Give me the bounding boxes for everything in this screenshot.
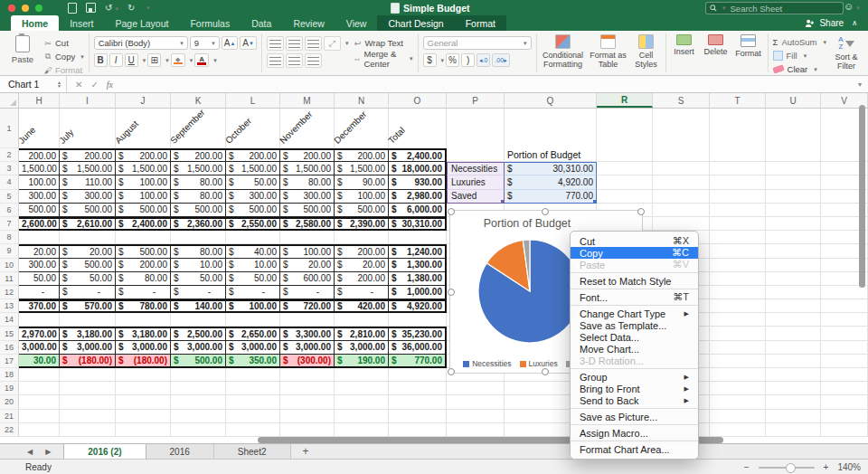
cell[interactable]: $50.00	[226, 272, 280, 286]
comma-format-button[interactable]: )	[461, 53, 475, 67]
legend-item-luxuries[interactable]: Luxuries	[520, 359, 558, 368]
merge-center-button[interactable]: ⇔Merge & Center▾	[353, 52, 412, 64]
cell[interactable]	[116, 231, 171, 244]
cell[interactable]: $2,810.00	[335, 327, 389, 340]
cell[interactable]: $100.00	[335, 190, 389, 204]
legend-item-necessities[interactable]: Necessities	[463, 359, 511, 368]
cell[interactable]: 2,600.00	[19, 217, 60, 231]
cell[interactable]: $500.00	[280, 204, 335, 217]
cell[interactable]: $(180.00)	[60, 355, 116, 368]
cell[interactable]: $2,610.00	[60, 217, 116, 231]
sheet-tab-2016-2-[interactable]: 2016 (2)	[63, 444, 146, 459]
cell[interactable]	[710, 162, 766, 175]
currency-format-button[interactable]: $	[423, 53, 437, 67]
cell[interactable]	[19, 313, 60, 327]
column-header-M[interactable]: M	[280, 93, 335, 108]
cell[interactable]: $2,550.00	[226, 217, 280, 231]
cell[interactable]: $1,500.00	[171, 162, 226, 175]
cell[interactable]	[766, 162, 821, 175]
search-input[interactable]	[729, 3, 823, 14]
cell[interactable]	[710, 368, 766, 382]
fill-button[interactable]: Fill▾	[773, 50, 826, 62]
column-header-O[interactable]: O	[389, 93, 447, 108]
cell[interactable]: $2,400.00	[116, 217, 171, 231]
row-header-19[interactable]: 19	[0, 382, 19, 395]
cell[interactable]	[116, 382, 171, 395]
feedback-smiley-icon[interactable]: ☺▾	[844, 1, 860, 12]
cell[interactable]	[766, 244, 821, 258]
cell[interactable]: $1,380.00	[389, 272, 447, 286]
cell[interactable]	[116, 395, 171, 409]
minimize-window-button[interactable]	[22, 5, 29, 12]
cell-value-luxuries[interactable]: $4,920.00	[505, 175, 597, 189]
align-top-button[interactable]	[267, 36, 284, 51]
cell[interactable]: $80.00	[116, 272, 171, 286]
menu-item-cut[interactable]: Cut⌘X	[571, 235, 698, 247]
cell[interactable]	[226, 410, 280, 423]
cell[interactable]: $80.00	[280, 175, 335, 189]
cell[interactable]	[766, 299, 821, 313]
vertical-scrollbar-thumb[interactable]	[859, 105, 865, 288]
cell[interactable]	[766, 368, 821, 382]
cell[interactable]	[171, 410, 226, 423]
cell[interactable]: $3,000.00	[226, 341, 280, 355]
cell-value-necessities[interactable]: $30,310.00	[505, 162, 597, 175]
cell[interactable]: $350.00	[226, 355, 280, 368]
format-as-table-button[interactable]: Format as Table	[590, 34, 627, 69]
row-header-12[interactable]: 12	[0, 286, 19, 299]
cell[interactable]	[171, 368, 226, 382]
column-header-T[interactable]: T	[710, 93, 766, 108]
cell[interactable]	[335, 395, 389, 409]
search-scope-caret-icon[interactable]: ▾	[722, 5, 726, 12]
cell[interactable]	[280, 410, 335, 423]
wrap-text-button[interactable]: ↩Wrap Text	[353, 37, 412, 49]
cell[interactable]	[710, 395, 766, 409]
cell[interactable]: November	[280, 109, 335, 148]
column-header-J[interactable]: J	[116, 93, 171, 108]
decrease-decimal-button[interactable]: .00▸	[492, 53, 509, 67]
row-header-9[interactable]: 9	[0, 244, 19, 258]
borders-button[interactable]: ⊞	[147, 53, 161, 67]
font-family-select[interactable]: Calibri (Body)▾	[94, 36, 188, 50]
cell[interactable]: July	[60, 109, 116, 148]
cell[interactable]	[19, 423, 60, 437]
row-header-21[interactable]: 21	[0, 410, 19, 423]
ribbon-tab-page-layout[interactable]: Page Layout	[104, 15, 179, 31]
formula-bar-expand-icon[interactable]: ▾	[858, 81, 868, 89]
cell[interactable]: $4,920.00	[389, 299, 447, 313]
cell[interactable]: $200.00	[60, 148, 116, 162]
cell[interactable]	[653, 190, 710, 204]
align-left-button[interactable]	[267, 53, 284, 68]
cell[interactable]: $200.00	[280, 148, 335, 162]
format-painter-button[interactable]: 🖌Format	[43, 64, 84, 76]
cell[interactable]: $140.00	[171, 299, 226, 313]
cell[interactable]: $100.00	[116, 175, 171, 189]
cell[interactable]: $80.00	[171, 244, 226, 258]
cell[interactable]	[335, 368, 389, 382]
zoom-in-button[interactable]: +	[824, 462, 829, 472]
menu-item-save-as-picture[interactable]: Save as Picture...	[571, 411, 698, 422]
row-header-11[interactable]: 11	[0, 272, 19, 286]
cell[interactable]: $-	[280, 286, 335, 299]
cut-button[interactable]: ✂Cut	[43, 37, 84, 49]
cell[interactable]: $6,000.00	[389, 204, 447, 217]
conditional-formatting-button[interactable]: Conditional Formatting	[542, 34, 585, 69]
cell[interactable]: September	[171, 109, 226, 148]
cell[interactable]	[766, 327, 821, 340]
cell[interactable]: $930.00	[389, 175, 447, 189]
menu-item-format-chart-area[interactable]: Format Chart Area...	[571, 443, 698, 455]
cell[interactable]: $-	[171, 286, 226, 299]
cell[interactable]	[710, 299, 766, 313]
cell[interactable]: $1,000.00	[389, 286, 447, 299]
cell[interactable]	[766, 341, 821, 355]
chart-handle-top-mid[interactable]	[542, 208, 549, 215]
menu-item-select-data[interactable]: Select Data...	[571, 331, 698, 343]
redo-icon[interactable]: ↻	[127, 3, 135, 13]
cell[interactable]	[447, 109, 505, 148]
cell[interactable]	[389, 368, 447, 382]
column-header-K[interactable]: K	[171, 93, 226, 108]
cell-category-necessities[interactable]: Necessities	[447, 162, 505, 175]
cell[interactable]: $3,180.00	[116, 327, 171, 340]
cell[interactable]	[710, 217, 766, 231]
cell[interactable]: 30.00	[19, 355, 60, 368]
